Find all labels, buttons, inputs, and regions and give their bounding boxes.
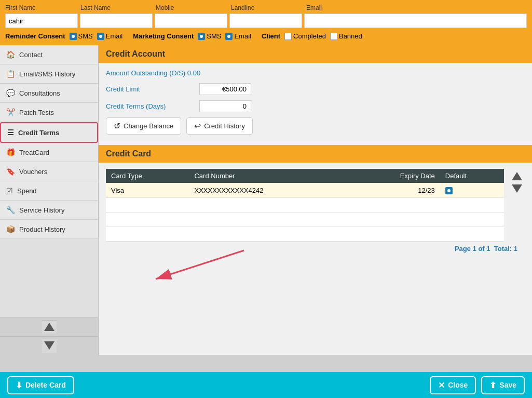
credit-history-label: Credit History [204,122,245,130]
sidebar-item-patch-tests-label: Patch Tests [19,109,54,116]
change-balance-label: Change Balance [124,122,173,130]
treatcard-icon: 🎁 [6,148,15,156]
close-icon: ✕ [438,380,445,390]
sidebar-item-credit-terms[interactable]: ☰ Credit Terms [0,122,98,143]
spend-icon: ☑ [6,187,13,195]
sidebar-item-service-history[interactable]: 🔧 Service History [0,201,98,220]
top-header: First Name Last Name Mobile Landline Ema… [0,0,532,45]
change-balance-button[interactable]: ↺ Change Balance [106,117,181,135]
reminder-email-label: Email [106,32,123,40]
sidebar-item-vouchers[interactable]: 🔖 Vouchers [0,162,98,181]
home-icon: 🏠 [6,50,15,59]
close-button[interactable]: ✕ Close [430,376,476,394]
last-name-input[interactable] [80,14,153,28]
delete-card-icon: ⬇ [16,380,22,390]
card-type-cell: Visa [106,183,189,198]
amount-outstanding-row: Amount Outstanding (O/S) 0.00 [106,69,525,77]
scroll-down-button[interactable] [512,184,522,193]
client-label: Client [262,32,280,40]
marketing-sms-checkbox[interactable]: SMS [198,32,221,40]
sidebar-item-spend[interactable]: ☑ Spend [0,181,98,201]
sidebar-item-consultations[interactable]: 💬 Consultations [0,84,98,103]
content-area: Credit Account Amount Outstanding (O/S) … [99,45,532,355]
vouchers-icon: 🔖 [6,167,15,176]
col-default: Default [440,169,504,183]
col-expiry-date: Expiry Date [349,169,440,183]
credit-terms-days-value[interactable]: 0 [199,100,251,112]
col-card-type: Card Type [106,169,189,183]
sidebar-scroll-up-btn[interactable] [42,320,57,334]
product-history-icon: 📦 [6,225,15,233]
sidebar-item-consultations-label: Consultations [19,89,60,97]
credit-terms-icon: ☰ [7,128,14,137]
svg-line-1 [156,250,244,279]
banned-label: Banned [339,32,362,40]
email-input[interactable] [304,14,527,28]
delete-card-button[interactable]: ⬇ Delete Card [7,376,74,394]
save-button[interactable]: ⬆ Save [481,376,525,394]
sidebar-item-treatcard[interactable]: 🎁 TreatCard [0,143,98,162]
credit-limit-value[interactable]: €500.00 [199,83,251,95]
sidebar-item-product-history-label: Product History [19,225,65,233]
app-container: First Name Last Name Mobile Landline Ema… [0,0,532,355]
banned-checkbox[interactable]: Banned [330,32,362,40]
credit-limit-row: Credit Limit €500.00 [106,83,525,95]
table-row [106,227,504,242]
card-table-container: Card Type Card Number Expiry Date Defaul… [106,168,504,242]
last-name-label: Last Name [80,4,156,11]
reminder-sms-label: SMS [78,32,93,40]
sidebar-item-patch-tests[interactable]: ✂️ Patch Tests [0,103,98,122]
credit-terms-days-row: Credit Terms (Days) 0 [106,100,525,112]
sidebar-scroll-down-btn[interactable] [42,339,57,353]
sidebar-item-spend-label: Spend [17,187,37,195]
sidebar-item-contact[interactable]: 🏠 Contact [0,45,98,64]
sidebar-item-product-history[interactable]: 📦 Product History [0,220,98,239]
sidebar-item-treatcard-label: TreatCard [19,149,49,156]
email-label: Email [306,4,527,11]
arrow-annotation-area [99,261,532,292]
card-number-cell: XXXXXXXXXXXX4242 [189,183,349,198]
sidebar-scroll-area: 🏠 Contact 📋 Email/SMS History 💬 Consulta… [0,45,98,317]
delete-card-label: Delete Card [25,381,66,389]
reminder-email-checkbox[interactable]: Email [97,32,123,40]
reminder-sms-checkbox[interactable]: SMS [70,32,93,40]
table-row[interactable]: Visa XXXXXXXXXXXX4242 12/23 [106,183,504,198]
col-card-number: Card Number [189,169,349,183]
credit-history-icon: ↩ [194,121,201,131]
table-row [106,213,504,227]
consultations-icon: 💬 [6,89,15,97]
marketing-email-label: Email [234,32,251,40]
marketing-consent-label: Marketing Consent [133,32,194,40]
landline-input[interactable] [229,14,302,28]
amount-outstanding-label: Amount Outstanding (O/S) [106,69,185,77]
first-name-input[interactable] [5,14,78,28]
mobile-label: Mobile [156,4,231,11]
close-label: Close [448,381,468,389]
marketing-sms-label: SMS [207,32,221,40]
credit-history-button[interactable]: ↩ Credit History [186,117,253,135]
card-table-wrapper: Card Type Card Number Expiry Date Defaul… [106,168,525,242]
sidebar: 🏠 Contact 📋 Email/SMS History 💬 Consulta… [0,45,99,355]
default-cell[interactable] [440,183,504,198]
scroll-up-button[interactable] [512,172,522,180]
mobile-input[interactable] [155,14,227,28]
bottom-bar: ⬇ Delete Card ✕ Close ⬆ Save [0,372,532,398]
sidebar-item-credit-terms-label: Credit Terms [18,129,59,137]
marketing-email-checkbox[interactable]: Email [225,32,251,40]
card-table-header-row: Card Type Card Number Expiry Date Defaul… [106,169,504,183]
sidebar-item-vouchers-label: Vouchers [19,168,47,176]
first-name-label: First Name [5,4,80,11]
save-icon: ⬆ [489,380,496,390]
main-layout: 🏠 Contact 📋 Email/SMS History 💬 Consulta… [0,45,532,355]
arrow-svg [114,245,270,287]
credit-account-section: Amount Outstanding (O/S) 0.00 Credit Lim… [99,63,532,145]
sidebar-item-email-sms-history[interactable]: 📋 Email/SMS History [0,64,98,84]
amount-outstanding-value: 0.00 [187,69,200,77]
landline-label: Landline [231,4,306,11]
sidebar-item-contact-label: Contact [19,51,43,59]
credit-terms-days-label: Credit Terms (Days) [106,102,199,110]
completed-checkbox[interactable]: Completed [284,32,326,40]
email-icon: 📋 [6,70,15,78]
completed-label: Completed [293,32,326,40]
change-balance-icon: ↺ [114,121,120,131]
